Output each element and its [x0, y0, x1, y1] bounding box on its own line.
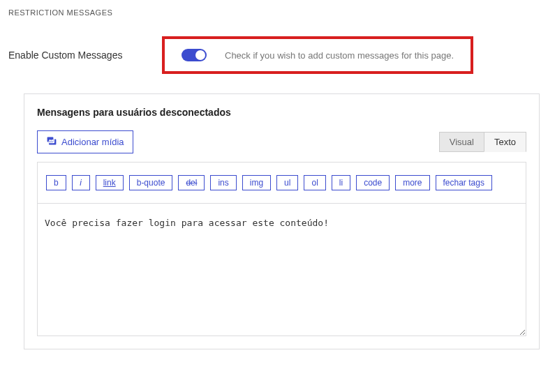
enable-toggle-description: Check if you wish to add custom messages… [225, 50, 454, 61]
tab-text[interactable]: Texto [484, 132, 526, 152]
editor-tabs: Visual Texto [439, 132, 526, 152]
section-title: RESTRICTION MESSAGES [8, 8, 540, 17]
media-icon [46, 135, 57, 149]
enable-custom-messages-label: Enable Custom Messages [8, 50, 162, 61]
highlight-box: Check if you wish to add custom messages… [162, 36, 473, 74]
toolbar-code[interactable]: code [356, 175, 390, 190]
editor-toolbar: b i link b-quote del ins img ul ol li co… [38, 163, 526, 203]
tab-visual[interactable]: Visual [439, 132, 484, 152]
enable-custom-messages-row: Enable Custom Messages Check if you wish… [8, 36, 540, 74]
editor-panel: Mensagens para usuários desconectados Ad… [24, 93, 540, 349]
editor-textarea[interactable] [38, 203, 526, 336]
toolbar-link[interactable]: link [96, 175, 124, 190]
add-media-button[interactable]: Adicionar mídia [37, 130, 133, 153]
add-media-label: Adicionar mídia [61, 137, 124, 147]
toolbar-li[interactable]: li [332, 175, 350, 190]
toolbar-img[interactable]: img [242, 175, 271, 190]
toolbar-bold[interactable]: b [46, 175, 66, 190]
toolbar-italic[interactable]: i [72, 175, 90, 190]
toolbar-blockquote[interactable]: b-quote [129, 175, 173, 190]
toolbar-ol[interactable]: ol [304, 175, 325, 190]
toolbar-del[interactable]: del [178, 175, 205, 190]
toolbar-ul[interactable]: ul [276, 175, 298, 190]
toolbar-wrap: b i link b-quote del ins img ul ol li co… [37, 162, 526, 336]
toolbar-more[interactable]: more [395, 175, 429, 190]
editor-header: Adicionar mídia Visual Texto [37, 130, 526, 153]
toolbar-ins[interactable]: ins [210, 175, 236, 190]
enable-toggle[interactable] [182, 49, 207, 61]
toolbar-close-tags[interactable]: fechar tags [436, 175, 492, 190]
editor-panel-title: Mensagens para usuários desconectados [37, 107, 526, 118]
